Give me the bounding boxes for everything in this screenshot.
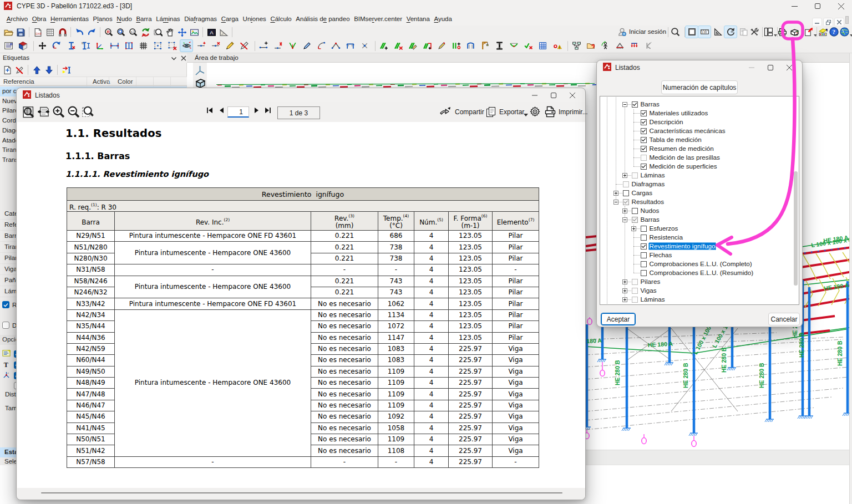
chapters-tree[interactable]: BarrasMateriales utilizadosDescripciónCa… (600, 96, 799, 305)
tree-checkbox[interactable] (632, 297, 638, 303)
setsquare-icon[interactable] (712, 26, 724, 38)
tree-item[interactable]: Flechas (648, 251, 673, 259)
vector-v-icon[interactable] (286, 40, 298, 52)
tree-expand-plus[interactable] (622, 297, 627, 302)
tree-item[interactable]: Medición de superficies (648, 162, 718, 171)
dialog-titlebar[interactable]: Listados (597, 60, 802, 74)
bars-pair-icon[interactable] (450, 40, 462, 52)
tree-expand-plus[interactable] (622, 279, 627, 284)
tree-expand-minus[interactable] (622, 102, 627, 107)
tree-checkbox[interactable] (641, 128, 647, 134)
frame-grid-icon[interactable] (123, 40, 135, 52)
zoom-page-icon[interactable] (81, 105, 94, 120)
bars-del-icon[interactable] (392, 40, 404, 52)
tree-checkbox[interactable] (641, 146, 647, 152)
tree-item[interactable]: Resultados (631, 197, 665, 206)
pencil-del-icon[interactable] (13, 64, 26, 76)
crane-f-icon[interactable] (479, 40, 491, 52)
ruler100-icon[interactable]: 1.00 (698, 26, 711, 38)
prev-page-button[interactable] (219, 107, 224, 115)
menu-an-lisis-de-pandeo[interactable]: Análisis de pandeo (294, 14, 352, 24)
tree-item[interactable]: Láminas (640, 171, 666, 180)
app-minimize-button[interactable] (788, 1, 801, 11)
app-close-button[interactable] (834, 1, 848, 11)
menu-diafragmas[interactable]: Diafragmas (182, 14, 219, 24)
rot-dim-icon[interactable] (315, 40, 327, 52)
menu-l-minas[interactable]: Láminas (154, 14, 182, 24)
person-icon[interactable] (616, 26, 628, 38)
menu-nudo[interactable]: Nudo (115, 14, 134, 24)
preview-maximize-button[interactable] (545, 90, 562, 100)
tree-checkbox[interactable] (632, 101, 638, 108)
loads-icon[interactable] (628, 40, 640, 52)
menu-archivo[interactable]: Archivo (4, 14, 30, 24)
pencil-yellow-icon[interactable] (224, 40, 236, 52)
chapter-numbering-button[interactable]: Numeración de capítulos (661, 80, 738, 94)
tree-item[interactable]: Tabla de medición (648, 135, 703, 144)
preview-doc-icon[interactable] (22, 105, 35, 120)
dot-warn-icon[interactable] (551, 40, 563, 52)
zoom-out-icon[interactable] (67, 105, 80, 120)
fit-width-icon[interactable] (37, 105, 50, 120)
pencil-blue-icon[interactable] (301, 40, 313, 52)
tree-checkbox[interactable] (641, 243, 647, 250)
tree-checkbox[interactable] (641, 155, 647, 161)
eye-icon[interactable] (180, 40, 192, 52)
link-node-icon[interactable] (329, 40, 342, 52)
list-note-icon[interactable] (2, 40, 14, 52)
column-header-1[interactable]: Activa (93, 78, 110, 85)
preview-titlebar[interactable]: Listados (17, 88, 585, 102)
tree-item[interactable]: Barras (640, 215, 661, 224)
listados-book-icon[interactable] (788, 26, 800, 38)
tree-checkbox[interactable] (623, 181, 629, 187)
tree-item[interactable]: Barras (640, 100, 661, 109)
grid-blue-icon[interactable] (536, 40, 549, 52)
pencil-slash-icon[interactable] (238, 40, 250, 52)
export-arrow-icon[interactable] (802, 26, 814, 38)
menu-obra[interactable]: Obra (30, 14, 48, 24)
portal-icon[interactable] (464, 40, 476, 52)
printer-color-icon[interactable] (776, 26, 788, 38)
app-maximize-button[interactable] (811, 1, 824, 11)
accept-button[interactable]: Aceptar (601, 313, 636, 325)
tree-checkbox[interactable] (641, 110, 647, 116)
globe-icon-dropdown[interactable] (850, 30, 852, 38)
ibeam-pair-icon[interactable]: N (79, 40, 92, 52)
dialog-minimize-button[interactable] (743, 62, 760, 73)
dialog-close-button[interactable] (781, 62, 798, 73)
first-page-button[interactable] (206, 107, 214, 115)
tree-item[interactable]: Vigas (640, 286, 658, 295)
ibeam-x-icon[interactable] (65, 40, 77, 52)
column-header-2[interactable]: Color (118, 78, 133, 85)
menu-herramientas[interactable]: Herramientas (48, 14, 91, 24)
report-document[interactable]: 1.1. Resultados 1.1.1. Barras 1.1.1.1. R… (17, 122, 585, 488)
menu-ventana[interactable]: Ventana (404, 14, 432, 24)
node-cross-icon[interactable] (358, 40, 371, 52)
move-cross-icon[interactable] (36, 40, 48, 52)
menu-uniones[interactable]: Uniones (241, 14, 268, 24)
find-swap-icon[interactable] (60, 64, 72, 76)
tree-checkbox[interactable] (632, 208, 638, 214)
chart-mail-icon[interactable] (816, 26, 829, 38)
rotate-blue-icon[interactable] (50, 40, 63, 52)
tree-expand-plus[interactable] (622, 288, 627, 293)
seg-star-icon[interactable] (272, 40, 284, 52)
menu-c-lculo[interactable]: Cálculo (268, 14, 294, 24)
tree-expand-plus[interactable] (613, 191, 618, 196)
tree-checkbox[interactable] (632, 288, 638, 294)
axes-icon[interactable] (94, 40, 106, 52)
preview-minimize-button[interactable] (526, 90, 543, 100)
last-page-button[interactable] (264, 107, 271, 115)
chevron-down-icon[interactable] (171, 55, 177, 63)
tree-checkbox[interactable] (641, 252, 647, 258)
horizontal-scrollbar[interactable] (41, 492, 562, 493)
dim-line-icon[interactable] (108, 40, 120, 52)
next-page-button[interactable] (254, 107, 260, 115)
page-number-input[interactable]: 1 (227, 106, 249, 118)
menu-bimserver-center[interactable]: BIMserver.center (352, 14, 404, 24)
bars-edit-icon[interactable] (407, 40, 419, 52)
tree-checkbox[interactable] (632, 279, 638, 285)
arrow-down-icon[interactable] (43, 64, 55, 76)
tree-checkbox[interactable] (641, 164, 647, 170)
node-dots-icon[interactable] (151, 40, 164, 52)
